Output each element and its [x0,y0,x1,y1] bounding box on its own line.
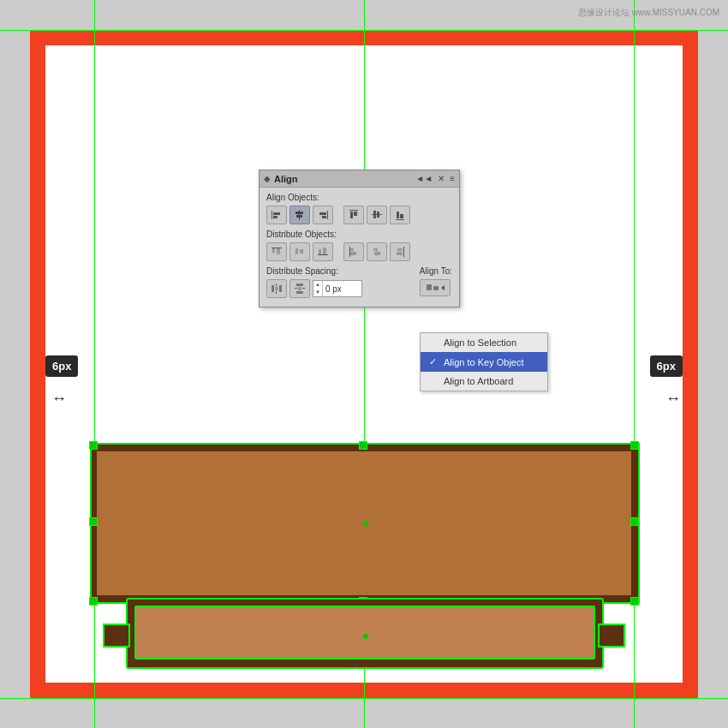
handle-tl[interactable] [89,441,98,450]
dist-bottom-btn[interactable] [313,242,333,261]
dist-left-btn[interactable] [343,242,364,261]
panel-collapse-btn[interactable]: ◄◄ [415,175,433,183]
align-center-h-btn[interactable] [289,206,310,224]
dist-spacing-controls: ▲ ▼ 0 px [266,279,362,298]
dist-spacing-left: Distribute Spacing: [266,266,362,298]
align-to-icon [426,282,445,294]
align-to-dropdown: Align to Selection ✓ Align to Key Object… [420,332,548,391]
svg-rect-30 [350,252,356,255]
canvas-area: 6px 6px ↔ ↔ 思缘设计论坛 www.MISSYUAN.COM ◆ Al… [0,0,728,728]
distribute-objects-row [266,242,452,261]
distribute-objects-label: Distribute Objects: [266,230,452,239]
dist-top-btn[interactable] [266,242,287,261]
spacing-input[interactable]: ▲ ▼ 0 px [313,280,362,297]
dropdown-item-key-object-label: Align to Key Object [444,357,524,367]
handle-tr[interactable] [630,441,639,450]
side-handle-right[interactable] [598,624,625,647]
svg-rect-42 [296,283,303,286]
align-right-btn[interactable] [313,206,333,224]
spacing-up-arrow[interactable]: ▲ [315,281,320,289]
svg-rect-4 [295,212,303,214]
panel-title-left: ◆ Align [264,174,298,184]
align-panel: ◆ Align ◄◄ ✕ ≡ Align Objects: [259,170,460,307]
spacing-arrows[interactable]: ▲ ▼ [313,281,323,296]
equal-dist-h-btn[interactable] [266,279,287,298]
svg-rect-13 [373,211,376,218]
align-center-v-icon [371,209,383,221]
align-center-v-btn[interactable] [367,206,387,224]
svg-rect-27 [323,248,326,254]
svg-rect-25 [318,254,328,255]
dist-center-v-icon [371,246,383,258]
spacing-down-arrow[interactable]: ▼ [315,289,320,296]
panel-menu-btn[interactable]: ≡ [450,175,455,183]
dist-bottom-icon [317,246,329,258]
svg-rect-14 [377,212,379,218]
dropdown-item-artboard[interactable]: Align to Artboard [421,372,547,391]
dist-left-icon [348,246,360,258]
bottom-inner-rect [134,606,595,659]
margin-right-label: 6px [650,355,683,377]
panel-close-btn[interactable]: ✕ [438,175,445,183]
handle-tm[interactable] [359,441,367,450]
svg-rect-24 [300,249,303,254]
svg-rect-23 [295,248,298,254]
align-to-section: Align To: [420,266,452,296]
margin-left-label: 6px [45,355,78,377]
svg-rect-47 [427,284,432,290]
distribute-spacing-label: Distribute Spacing: [266,266,362,276]
svg-rect-19 [272,248,275,253]
handle-bl[interactable] [89,597,98,606]
svg-rect-33 [374,252,380,255]
align-top-icon [348,209,360,221]
dist-center-h-icon [294,246,306,258]
dist-right-btn[interactable] [390,242,410,261]
handle-mr[interactable] [630,517,639,526]
svg-rect-2 [273,216,277,218]
handle-ml[interactable] [89,517,98,526]
align-left-btn[interactable] [266,206,287,224]
dist-right-icon [394,246,406,258]
svg-rect-0 [272,211,272,219]
align-center-h-icon [294,209,306,221]
svg-rect-38 [279,285,282,292]
check-key-object: ✓ [429,356,439,367]
svg-rect-1 [273,212,280,215]
dist-center-h-btn[interactable] [289,242,310,261]
svg-rect-34 [403,247,404,257]
svg-rect-21 [272,253,282,254]
svg-rect-5 [296,215,302,218]
svg-rect-18 [272,248,282,248]
svg-rect-28 [349,247,350,257]
equal-dist-h-icon [271,283,283,295]
svg-rect-6 [327,211,328,219]
svg-rect-44 [298,287,301,290]
panel-title: Align [274,174,298,184]
align-bottom-icon [394,209,406,221]
align-bottom-btn[interactable] [390,206,410,224]
svg-rect-26 [319,249,321,254]
dropdown-item-key-object[interactable]: ✓ Align to Key Object [421,352,547,372]
svg-rect-17 [400,214,403,218]
align-to-label: Align To: [420,266,452,276]
dropdown-item-artboard-label: Align to Artboard [444,376,513,386]
handle-br[interactable] [630,597,639,606]
svg-rect-45 [295,288,297,289]
equal-dist-v-icon [294,283,306,295]
svg-rect-8 [322,216,326,218]
side-handle-left[interactable] [103,624,130,647]
panel-controls: ◄◄ ✕ ≡ [415,175,455,183]
dist-center-v-btn[interactable] [367,242,387,261]
svg-rect-36 [397,252,403,255]
align-to-btn[interactable] [420,279,451,296]
svg-rect-11 [354,212,357,216]
align-top-btn[interactable] [343,206,364,224]
equal-dist-v-btn[interactable] [289,279,310,298]
svg-rect-32 [373,248,378,251]
center-dot-main [363,521,368,526]
svg-rect-7 [319,212,326,215]
arrow-right-icon: ↔ [665,390,681,408]
align-left-icon [271,209,283,221]
panel-titlebar: ◆ Align ◄◄ ✕ ≡ [260,170,459,188]
dropdown-item-selection[interactable]: Align to Selection [421,333,547,352]
